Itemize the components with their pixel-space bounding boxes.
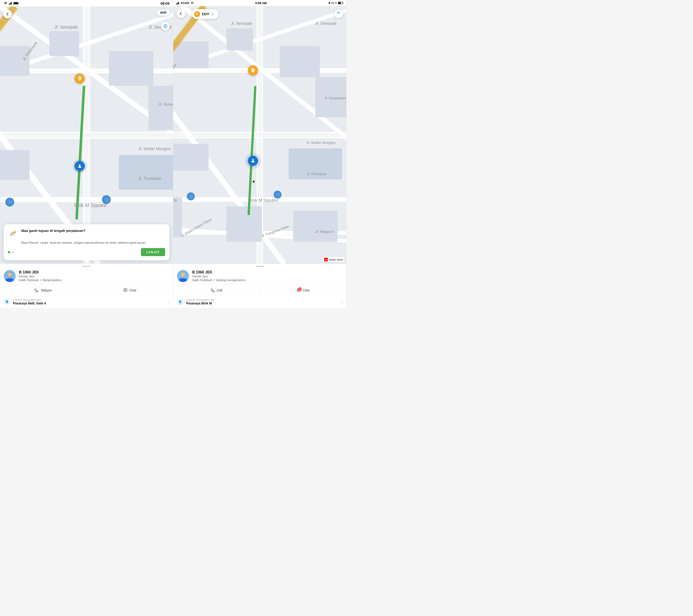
loc-icon-1 [4, 299, 10, 305]
telepon-label: Telepon [40, 289, 52, 292]
driver-avatar-svg-2 [177, 270, 189, 282]
driver-plate-2: B 1060 JEK [192, 270, 342, 274]
driver-avatar-1 [4, 270, 16, 282]
svg-rect-4 [11, 2, 11, 5]
back-button-2[interactable] [177, 9, 185, 18]
svg-point-119 [181, 273, 185, 277]
dot-2 [12, 251, 14, 253]
svg-rect-2 [9, 4, 9, 5]
edit-button[interactable]: EDIT [192, 9, 219, 19]
driver-icon-2 [251, 158, 256, 163]
location-row-1[interactable]: LOKASI PENJEMPUTAN Pasaraya Mall, Gate 4… [0, 296, 173, 308]
popup-dots [8, 251, 14, 253]
svg-point-58 [7, 273, 12, 277]
driver-name-row-2: Galih Pambudi Sedang mengantarmu [192, 278, 342, 282]
loc-icon-2 [177, 299, 183, 305]
driver-car-2: Honda Jazz [192, 275, 342, 278]
action-buttons-1: Telepon Chat [0, 285, 173, 296]
skip-button[interactable]: SKIP [157, 10, 170, 16]
svg-rect-5 [11, 2, 12, 5]
svg-text:Jl. Gunawarman: Jl. Gunawarman [158, 102, 173, 106]
driver-icon-1 [77, 163, 82, 168]
chevron-icon-1: › [168, 300, 169, 304]
lanjut-button[interactable]: LANJUT [141, 248, 165, 256]
svg-rect-89 [173, 144, 209, 171]
driver-info-2: B 1060 JEK Honda Jazz Galih Pambudi Seda… [173, 268, 346, 285]
driver-status-2: Sedang mengantarmu [216, 278, 245, 282]
chat-label-2: Chat [303, 289, 310, 292]
back-arrow-icon-2 [179, 12, 183, 16]
driver-status-1: Menjemputmu [42, 278, 61, 282]
action-buttons-2: Call 1 Chat [173, 285, 346, 296]
svg-text:Jl. Trunojoyo: Jl. Trunojoyo [139, 176, 161, 181]
popup-icon [8, 228, 18, 239]
pickup-marker-1 [75, 74, 85, 84]
call-button[interactable]: Call [173, 285, 260, 296]
svg-rect-27 [119, 155, 173, 190]
battery-icon-1 [14, 2, 19, 5]
panel-2: GOJEK 8:08 AM ✱ 60 % [173, 0, 346, 308]
navigation-icon [337, 12, 341, 16]
svg-rect-25 [148, 86, 173, 130]
location-pin-icon-1 [5, 300, 9, 304]
loc-name-1: Pasaraya Mall, Gate 4 [13, 301, 46, 305]
popup-title: Mau ganti tujuan di tengah perjalanan? [21, 228, 85, 233]
back-button-1[interactable] [3, 10, 12, 19]
svg-text:🛒: 🛒 [8, 200, 14, 205]
dot-1 [8, 251, 10, 253]
chat-button-1[interactable]: Chat [87, 285, 173, 296]
svg-point-117 [252, 159, 254, 161]
driver-plate-1: B 1060 JEK [19, 270, 169, 274]
telepon-button[interactable]: Telepon [0, 285, 87, 296]
svg-text:Jl. Wijaya II: Jl. Wijaya II [315, 230, 334, 234]
svg-text:🛒: 🛒 [189, 194, 195, 199]
svg-rect-23 [109, 51, 153, 86]
chat-button-2[interactable]: 1 Chat [260, 285, 346, 296]
svg-text:Jl. Senopati: Jl. Senopati [315, 21, 336, 26]
driver-avatar-2 [177, 270, 189, 282]
svg-text:Jl. Senopati: Jl. Senopati [54, 25, 78, 29]
location-icon-1 [163, 24, 168, 28]
phone-icon-1 [35, 288, 39, 293]
svg-rect-91 [173, 197, 182, 237]
driver-marker-2 [248, 156, 258, 166]
pickup-marker-2 [248, 65, 258, 76]
svg-text:🛒: 🛒 [276, 192, 282, 198]
chevron-right-icon [211, 13, 214, 16]
drag-handle-2 [256, 266, 264, 267]
popup-header: Mau ganti tujuan di tengah perjalanan? [8, 228, 165, 239]
location-button-2[interactable] [334, 9, 343, 18]
gps-dot [252, 180, 255, 183]
wifi-icon-2 [191, 2, 194, 4]
chat-badge: 1 [298, 287, 302, 291]
panel-1: 08:08 [0, 0, 173, 308]
popup-body: Bisa! Pencet `Lanjut` buat liat caranya.… [21, 240, 165, 245]
svg-rect-69 [338, 2, 341, 4]
loc-info-2: LOKASI PENJEMPUTAN Pasaraya Blok M [186, 299, 214, 305]
location-row-2[interactable]: LOKASI PENJEMPUTAN Pasaraya Blok M › [173, 296, 346, 308]
svg-rect-3 [10, 3, 11, 5]
change-destination-popup: Mau ganti tujuan di tengah perjalanan? B… [4, 224, 169, 260]
chat-icon-1 [123, 288, 127, 293]
status-bar-1: 08:08 [0, 0, 173, 6]
driver-name-row-1: Galih Pambudi Menjemputmu [19, 278, 169, 282]
pin-icon-1 [77, 76, 82, 81]
driver-info-1: B 1060 JEK Honda Jazz Galih Pambudi Menj… [0, 268, 173, 285]
skip-label: SKIP [160, 11, 166, 14]
svg-rect-64 [178, 2, 178, 4]
svg-rect-93 [293, 211, 338, 242]
svg-rect-86 [280, 46, 320, 77]
svg-point-50 [165, 26, 166, 27]
driver-name-2: Galih Pambudi [192, 278, 212, 282]
call-label: Call [217, 289, 222, 292]
arrows-icon [8, 228, 18, 239]
svg-text:Blok M Plaza: Blok M Plaza [173, 198, 177, 202]
pin-icon-2 [195, 13, 199, 16]
dot-sep-1 [40, 279, 41, 281]
status-bar-left-1 [4, 2, 161, 5]
battery-icon-2 [338, 2, 343, 4]
svg-rect-68 [342, 2, 343, 4]
svg-text:Jl. Wolter Mongins: Jl. Wolter Mongins [139, 146, 171, 151]
location-button-1[interactable] [161, 22, 170, 31]
back-arrow-icon-1 [5, 12, 10, 16]
